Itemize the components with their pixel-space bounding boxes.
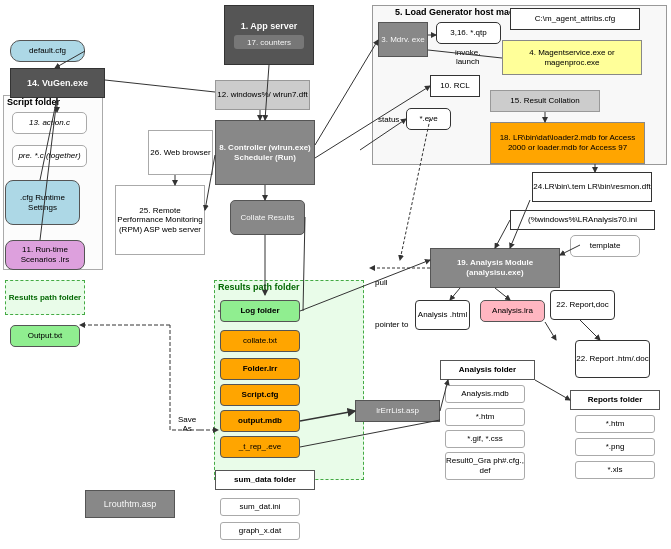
analysis-mdb-label: Analysis.mdb xyxy=(461,389,509,399)
action-c-label: 13. action.c xyxy=(29,118,70,128)
lrouthtm-label: Lrouthtm.asp xyxy=(104,499,157,510)
report-doc-label: 22. Report,doc xyxy=(556,300,608,310)
reports-xls-label: *.xls xyxy=(607,465,622,475)
sum-dat-ini-label: sum_dat.ini xyxy=(240,502,281,512)
svg-line-26 xyxy=(580,320,600,340)
magent-service-label: 4. Magentservice.exe or magenproc.exe xyxy=(503,48,641,67)
controller-label: 8. Controller (wlrun.exe) Scheduler (Run… xyxy=(216,143,314,162)
web-browser-box: 26. Web browser xyxy=(148,130,213,175)
pointer-to-label: pointer to xyxy=(375,320,408,329)
reports-folder-label: Reports folder xyxy=(588,395,643,405)
reports-png-label: *.png xyxy=(606,442,625,452)
analysis-html-label: Analysis .html xyxy=(418,310,467,320)
report-htm-doc-label: 22. Report .htm/.doc xyxy=(576,354,648,364)
pre-c-box: pre. *.c (together) xyxy=(12,145,87,167)
analysis-folder-box: Analysis folder xyxy=(440,360,535,380)
app-server-label: 1. App server xyxy=(241,21,298,32)
svg-line-1 xyxy=(105,80,215,92)
result-collation-box: 15. Result Collation xyxy=(490,90,600,112)
rpm-asp-box: 25. Remote Performance Monitoring (RPM) … xyxy=(115,185,205,255)
results-path-label: Results path folder xyxy=(218,282,300,292)
default-cfg-label: default.cfg xyxy=(29,46,66,56)
sum-data-box: sum_data folder xyxy=(215,470,315,490)
save-as-label: SaveAs xyxy=(178,415,196,433)
sum-data-label: sum_data folder xyxy=(234,475,296,485)
graph-x-dat-box: graph_x.dat xyxy=(220,522,300,540)
gif-css-label: *.gif, *.css xyxy=(467,434,503,444)
template-label: template xyxy=(590,241,621,251)
scenarios-box: 11. Run-time Scenarios .lrs xyxy=(5,240,85,270)
rpm-asp-label: 25. Remote Performance Monitoring (RPM) … xyxy=(116,206,204,235)
results-path-left-label: Results path folder xyxy=(9,293,81,303)
sum-dat-ini-box: sum_dat.ini xyxy=(220,498,300,516)
app-server-box: 1. App server 17. counters xyxy=(224,5,314,65)
graph-x-dat-label: graph_x.dat xyxy=(239,526,281,536)
scenarios-label: 11. Run-time Scenarios .lrs xyxy=(6,245,84,264)
windows-wlrun-box: 12. windows%/ wlrun7.dft xyxy=(215,80,310,110)
analysis-mdb-box: Analysis.mdb xyxy=(445,385,525,403)
analysis-lra-box: Analysis.lra xyxy=(480,300,545,322)
qtp-label: 3,16. *.qtp xyxy=(450,28,486,38)
script-folder-label: Script folder xyxy=(7,97,60,107)
result-collation-label: 15. Result Collation xyxy=(510,96,579,106)
svg-line-12 xyxy=(450,288,460,300)
output-mdb-label: output.mdb xyxy=(238,416,282,426)
reports-png-box: *.png xyxy=(575,438,655,456)
mdrv-box: 3. Mdrv. exe xyxy=(378,22,428,57)
lrerr-list-box: lrErrList.asp xyxy=(355,400,440,422)
windows-wlrun-label: 12. windows%/ wlrun7.dft xyxy=(217,90,307,100)
t-rep-eve-box: _t_rep_.eve xyxy=(220,436,300,458)
reports-folder-box: Reports folder xyxy=(570,390,660,410)
output-mdb-box: output.mdb xyxy=(220,410,300,432)
analysis-module-label: 19. Analysis Module (analysisu.exe) xyxy=(431,258,559,277)
vugen-label: 14. VuGen.exe xyxy=(27,78,88,89)
rcl-box: 10. RCL xyxy=(430,75,480,97)
report-doc-box: 22. Report,doc xyxy=(550,290,615,320)
diagram: 5. Load Generator host machine Results p… xyxy=(0,0,671,549)
magent-service-box: 4. Magentservice.exe or magenproc.exe xyxy=(502,40,642,75)
counters-label: 17. counters xyxy=(247,38,291,47)
analysis-folder-label: Analysis folder xyxy=(459,365,516,375)
lr-bin-tem-box: 24.LR\bin\.tem LR\bin\resmon.dft xyxy=(532,172,652,202)
analysis-module-box: 19. Analysis Module (analysisu.exe) xyxy=(430,248,560,288)
lrouthtm-box: Lrouthtm.asp xyxy=(85,490,175,518)
output-txt-label: Output.txt xyxy=(28,331,63,341)
svg-line-28 xyxy=(535,380,570,400)
pull-label: pull xyxy=(375,278,387,287)
magent-attribs-box: C:\m_agent_attribs.cfg xyxy=(510,8,640,30)
reports-htm-label: *.htm xyxy=(606,419,625,429)
collate-txt-label: collate.txt xyxy=(243,336,277,346)
output-txt-box: Output.txt xyxy=(10,325,80,347)
collate-results-label: Collate Results xyxy=(241,213,295,223)
template-box: template xyxy=(570,235,640,257)
analysis-htm-label: *.htm xyxy=(476,412,495,422)
status-label: status xyxy=(378,115,399,124)
result0-graph-box: Result0_Gra ph#.cfg., def xyxy=(445,452,525,480)
gif-css-box: *.gif, *.css xyxy=(445,430,525,448)
invoke-launch-label: invoke,launch xyxy=(455,48,480,66)
svg-line-13 xyxy=(495,288,510,300)
script-cfg-label: Script.cfg xyxy=(242,390,279,400)
cfg-runtime-label: .cfg Runtime Settings xyxy=(6,193,79,212)
svg-line-22 xyxy=(495,220,510,248)
eve-box: *.eve xyxy=(406,108,451,130)
reports-htm-box: *.htm xyxy=(575,415,655,433)
windows-lra-box: (%windows%\LRAnalysis70.ini xyxy=(510,210,655,230)
windows-lra-label: (%windows%\LRAnalysis70.ini xyxy=(528,215,637,225)
log-folder-label: Log folder xyxy=(240,306,279,316)
collate-txt-box: collate.txt xyxy=(220,330,300,352)
script-cfg-box: Script.cfg xyxy=(220,384,300,406)
analysis-htm-box: *.htm xyxy=(445,408,525,426)
results-path-left-box: Results path folder xyxy=(5,280,85,315)
analysis-html-box: Analysis .html xyxy=(415,300,470,330)
action-c-box: 13. action.c xyxy=(12,112,87,134)
controller-box: 8. Controller (wlrun.exe) Scheduler (Run… xyxy=(215,120,315,185)
svg-line-4 xyxy=(315,40,378,145)
t-rep-eve-label: _t_rep_.eve xyxy=(239,442,281,452)
cfg-runtime-box: .cfg Runtime Settings xyxy=(5,180,80,225)
eve-label: *.eve xyxy=(419,114,437,124)
mdrv-label: 3. Mdrv. exe xyxy=(381,35,424,45)
folder-lrr-label: Folder.lrr xyxy=(243,364,278,374)
lr-bin-loader-label: 18. LR\bin\dat\loader2.mdb for Access 20… xyxy=(491,133,644,152)
magent-attribs-label: C:\m_agent_attribs.cfg xyxy=(535,14,615,24)
